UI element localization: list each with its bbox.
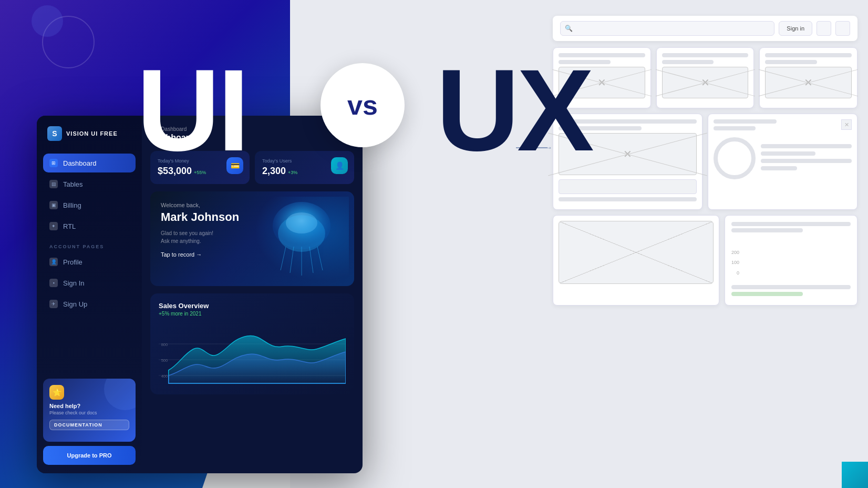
wf-image-3 — [765, 67, 852, 98]
nav-icon-signup: ✈ — [49, 300, 58, 308]
logo-icon: S — [47, 126, 62, 141]
wf-line — [714, 119, 777, 124]
wf-line — [559, 197, 697, 201]
upgrade-button[interactable]: Upgrade to PRO — [43, 446, 136, 465]
wf-line — [662, 60, 714, 64]
wf-y-axis: 200 100 0 — [731, 248, 741, 279]
nav-item-signin[interactable]: ▪ Sign In — [43, 273, 136, 292]
wf-active-users-subtitle-line — [731, 228, 803, 232]
wf-line — [761, 159, 852, 163]
nav-label-tables: Tables — [63, 180, 83, 188]
wf-card-2 — [656, 47, 755, 108]
nav-icon-billing: ▣ — [49, 201, 58, 209]
sales-subtitle: +5% more in 2021 — [159, 311, 346, 317]
wf-bottom-card-left — [553, 215, 719, 306]
vs-badge: vs — [321, 63, 405, 147]
wf-big-image — [559, 221, 714, 284]
nav-label-signin: Sign In — [63, 279, 84, 287]
stat-card-users: Today's Users 2,300 +3% 👤 — [255, 151, 354, 184]
wf-middle-card-right: ✕ — [708, 114, 857, 210]
nav-label-signup: Sign Up — [63, 300, 87, 308]
wf-button-placeholder — [559, 179, 697, 194]
wf-bar-chart — [745, 239, 768, 281]
jellyfish-glow — [254, 197, 349, 281]
nav-item-profile[interactable]: 👤 Profile — [43, 252, 136, 271]
wf-header: 🔍 Sign in — [553, 16, 857, 41]
wf-line — [761, 144, 852, 148]
logo-area: S VISION UI FREE — [43, 126, 136, 141]
wf-bottom-row: 200 100 0 — [553, 215, 857, 306]
help-docs-button[interactable]: DOCUMENTATION — [49, 420, 129, 430]
wireframe-mockup: 🔍 Sign in — [553, 16, 857, 468]
stat-icon-users: 👤 — [331, 157, 348, 174]
ux-heading: UX — [436, 53, 592, 168]
stat-value-users: 2,300 — [262, 166, 286, 177]
nav-item-billing[interactable]: ▣ Billing — [43, 196, 136, 215]
wf-active-users-title-line — [731, 222, 851, 226]
wf-search-bar[interactable]: 🔍 — [560, 21, 774, 36]
nav-item-signup[interactable]: ✈ Sign Up — [43, 294, 136, 313]
stat-change-users: +3% — [288, 170, 297, 175]
svg-text:800: 800 — [161, 342, 168, 347]
wf-square-btn-1[interactable] — [817, 21, 831, 36]
wf-card-3 — [759, 47, 857, 108]
sales-chart-svg: 800 500 400 — [159, 323, 346, 386]
nav-label-dashboard: Dashboard — [63, 159, 97, 167]
nav-icon-rtl: ✦ — [49, 222, 58, 230]
wf-x-mark-3 — [766, 67, 851, 98]
sales-overview-card: Sales Overview +5% more in 2021 — [150, 293, 354, 394]
nav-label-billing: Billing — [63, 201, 81, 209]
wf-active-users-change — [731, 292, 803, 296]
wf-image-2 — [662, 67, 749, 98]
sidebar: S VISION UI FREE ⊞ Dashboard ▤ Tables ▣ … — [37, 116, 142, 473]
nav-label-profile: Profile — [63, 258, 82, 266]
help-star-icon: ⭐ — [49, 385, 64, 400]
wf-line — [765, 53, 852, 57]
wf-active-users-card: 200 100 0 — [725, 215, 857, 306]
nav-item-rtl[interactable]: ✦ RTL — [43, 217, 136, 236]
help-title: Need help? — [49, 403, 129, 409]
nav-item-dashboard[interactable]: ⊞ Dashboard — [43, 154, 136, 172]
svg-text:400: 400 — [161, 374, 168, 379]
wf-middle-row: ✕ — [553, 114, 857, 210]
wf-search-icon: 🔍 — [565, 25, 573, 32]
wf-line — [714, 126, 756, 130]
wf-square-btn-2[interactable] — [835, 21, 850, 36]
help-card: ⭐ Need help? Please check our docs DOCUM… — [43, 379, 136, 442]
ui-heading: UI — [137, 53, 247, 168]
nav-label-rtl: RTL — [63, 222, 76, 230]
wf-line — [761, 166, 797, 170]
nav-icon-signin: ▪ — [49, 279, 58, 287]
account-pages-label: ACCOUNT PAGES — [43, 238, 136, 252]
wf-line — [761, 151, 815, 156]
sales-title: Sales Overview — [159, 302, 346, 310]
wf-donut-chart — [714, 137, 756, 179]
nav-icon-tables: ▤ — [49, 180, 58, 188]
welcome-banner: Welcome back, Mark Johnson Glad to see y… — [150, 191, 354, 286]
wf-x-mark-2 — [663, 67, 748, 98]
logo-text: VISION UI FREE — [66, 130, 118, 137]
nav-icon-dashboard: ⊞ — [49, 159, 58, 167]
nav-item-tables[interactable]: ▤ Tables — [43, 175, 136, 194]
svg-text:500: 500 — [161, 358, 168, 363]
wf-active-users-label — [731, 285, 851, 289]
page-content: UI vs UX S VISION UI FREE ⊞ Dashboard ▤ … — [0, 0, 868, 488]
wf-line — [662, 53, 749, 57]
vs-label: vs — [347, 89, 378, 121]
nav-icon-profile: 👤 — [49, 258, 58, 266]
wf-top-cards-row — [553, 47, 857, 108]
wf-line — [765, 60, 817, 64]
sales-chart: 800 500 400 — [159, 323, 346, 386]
wf-signin-button[interactable]: Sign in — [779, 21, 812, 36]
help-subtitle: Please check our docs — [49, 410, 129, 415]
jellyfish-image — [254, 197, 349, 281]
